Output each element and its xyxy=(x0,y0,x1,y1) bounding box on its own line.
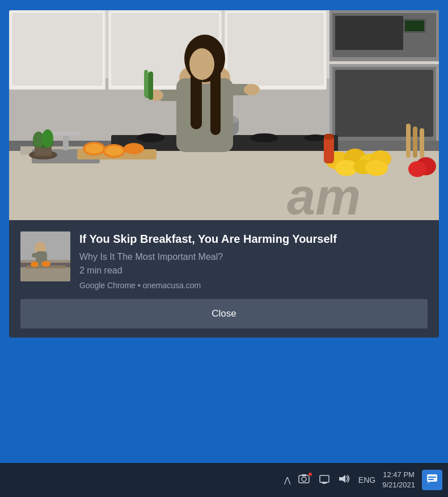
language-indicator[interactable]: ENG xyxy=(358,475,375,485)
svg-point-65 xyxy=(365,160,388,176)
svg-rect-5 xyxy=(12,13,103,86)
taskbar-chat-button[interactable] xyxy=(422,470,442,490)
svg-point-40 xyxy=(189,48,214,80)
svg-point-83 xyxy=(41,261,50,267)
svg-point-24 xyxy=(250,133,278,142)
close-button-wrap: Close xyxy=(9,290,439,338)
taskbar-system-icons: ⋀ xyxy=(284,474,375,486)
svg-point-82 xyxy=(31,262,39,267)
article-title: If You Skip Breakfast, You Are Harming Y… xyxy=(79,231,428,246)
svg-point-57 xyxy=(105,146,123,156)
svg-rect-35 xyxy=(176,78,233,152)
svg-rect-89 xyxy=(323,483,326,484)
svg-rect-88 xyxy=(322,482,327,483)
volume-icon[interactable] xyxy=(338,474,350,486)
taskbar-time: 12:47 PM xyxy=(382,470,415,480)
svg-text:am: am xyxy=(287,169,361,220)
article-read-time: 2 min read xyxy=(79,264,428,277)
svg-rect-86 xyxy=(302,474,306,476)
svg-rect-91 xyxy=(427,474,437,482)
svg-point-44 xyxy=(244,84,260,95)
article-thumbnail xyxy=(20,231,70,281)
svg-rect-80 xyxy=(32,253,46,258)
svg-point-22 xyxy=(137,133,165,142)
hero-image: am xyxy=(9,10,439,220)
svg-marker-94 xyxy=(427,482,430,483)
main-wrapper: am xyxy=(0,0,448,497)
svg-rect-68 xyxy=(406,124,411,158)
notification-body: If You Skip Breakfast, You Are Harming Y… xyxy=(9,220,439,290)
svg-rect-11 xyxy=(227,13,324,86)
svg-point-72 xyxy=(408,161,426,177)
svg-rect-70 xyxy=(420,128,424,158)
svg-rect-69 xyxy=(413,127,417,158)
taskbar-date: 9/21/2021 xyxy=(382,480,415,490)
network-icon[interactable] xyxy=(319,474,330,486)
taskbar: ⋀ xyxy=(0,463,448,497)
svg-point-55 xyxy=(85,144,103,154)
article-subtitle: Why Is It The Most Important Meal? xyxy=(79,251,428,263)
svg-point-52 xyxy=(42,129,53,148)
chat-icon xyxy=(426,474,438,487)
svg-rect-30 xyxy=(52,131,80,136)
svg-point-85 xyxy=(302,477,306,482)
svg-point-58 xyxy=(124,143,144,154)
system-tray-chevron-icon[interactable]: ⋀ xyxy=(284,475,290,485)
svg-point-25 xyxy=(304,134,327,141)
taskbar-clock[interactable]: 12:47 PM 9/21/2021 xyxy=(382,470,415,490)
article-info: If You Skip Breakfast, You Are Harming Y… xyxy=(79,231,428,290)
notification-card: am xyxy=(9,10,439,338)
svg-rect-46 xyxy=(149,71,153,100)
svg-rect-19 xyxy=(335,70,433,137)
article-source: Google Chrome • onemacusa.com xyxy=(79,281,428,290)
svg-rect-47 xyxy=(144,70,148,97)
svg-rect-87 xyxy=(320,475,329,482)
svg-rect-16 xyxy=(405,20,424,31)
svg-rect-93 xyxy=(428,479,434,480)
svg-rect-92 xyxy=(428,477,436,478)
svg-rect-67 xyxy=(324,134,333,140)
svg-rect-14 xyxy=(335,16,403,50)
svg-marker-90 xyxy=(339,475,345,483)
system-tray-icon-1[interactable] xyxy=(298,474,311,486)
close-button[interactable]: Close xyxy=(20,299,428,328)
